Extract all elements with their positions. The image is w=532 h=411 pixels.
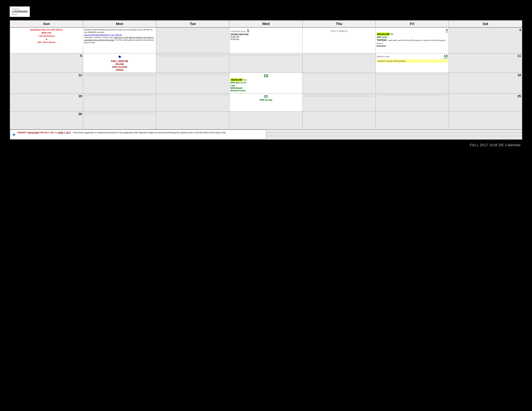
stripe12	[304, 74, 375, 74]
wed-day-number: 1	[247, 28, 249, 33]
cell-row2-fri: (Midterm ends) 10 Students should check …	[376, 53, 449, 73]
cell-row3-sat: 18	[449, 73, 522, 93]
stripe9	[84, 75, 155, 76]
blue-star-icon: ★	[84, 54, 155, 59]
footer-grid: ★ PRIORITY DEADLINE FOR FALL 2017 is JUN…	[10, 130, 522, 140]
cell-row2-thu	[303, 53, 376, 73]
thu-midterm-label: (SPR 17 Midterm)	[304, 30, 375, 32]
fri-day-number: 3	[446, 28, 448, 33]
cell-row5-sat	[449, 112, 522, 129]
cell-row3-sun: 12	[10, 73, 83, 93]
fri-business-label: business.	[377, 45, 448, 47]
stripe21	[377, 95, 448, 95]
spr-fy-label: SPR 2017 & FY	[230, 81, 302, 84]
sun-row4-number: 19	[11, 94, 82, 98]
stripe11	[157, 75, 228, 75]
cell-row3-wed: 15 DEADLINE for SPR 2017 & FY Last Withd…	[229, 73, 303, 93]
footer-star-icon: ★	[12, 131, 16, 138]
cell-row2-mon: ★ FALL 2018 DE ONLINE APPLICATION OPENS	[83, 53, 156, 73]
stripe16	[84, 96, 155, 96]
last-withdrawal-label: Last	[230, 84, 302, 87]
cell-row1-sat: 4	[449, 28, 522, 53]
fall-2018-de-label: FALL 2018 DE	[84, 60, 155, 63]
calendar-container: Sun Mon Tue Wed Thu Fri Sat Operating Ho…	[10, 20, 522, 140]
stripe1	[157, 55, 228, 55]
cell-row4-sun: 19	[10, 94, 83, 111]
stripe6	[304, 55, 375, 55]
header-sun: Sun	[10, 20, 83, 27]
withdrawal-label: Withdrawal	[230, 87, 302, 89]
fri-row2-number: 10	[444, 54, 448, 58]
cell-row5-tue	[156, 112, 229, 129]
spring-meeting-location: ULIB 106	[230, 36, 302, 38]
wed-row3-number: 15	[230, 73, 302, 78]
mon-payment-text: Students making individual payments for …	[84, 28, 155, 44]
cell-row5-thu	[303, 112, 376, 129]
stripe4	[230, 55, 302, 55]
fall-de-online: ONLINE	[84, 63, 155, 65]
cell-row4-sat: 25	[449, 94, 522, 111]
mon-link[interactable]: www.ulm.edu/dualenrollment/how_to_pay_on…	[84, 34, 122, 36]
stripe14	[377, 75, 448, 75]
logo-uni-of: University of	[12, 8, 20, 10]
footer-body-text: PRIORITY DEADLINE FOR FALL 2017 is JUNE …	[17, 131, 226, 134]
cell-row4-wed: 22 SPR W day	[229, 94, 303, 111]
fri-spr-title: SPR 2017	[377, 36, 448, 39]
wed-row3-deadline: DEADLINE for	[230, 78, 302, 81]
cell-row1-sun: Operating Hours for ULM offices: MON-THU…	[10, 28, 83, 53]
cell-row3-thu	[303, 73, 376, 93]
students-check-label: Students should check grades	[377, 59, 448, 63]
cell-row1-wed: (ULM Mardi Gras) 1 SPRING MEETING ULIB 1…	[229, 28, 303, 53]
midterm-ends-label: (Midterm ends)	[377, 56, 390, 58]
spring-meeting-label: SPRING MEETING	[230, 33, 302, 36]
stripe15	[84, 95, 155, 95]
cell-row2-sat: 11	[449, 53, 522, 73]
cell-row4-thu	[303, 94, 376, 111]
cell-row2-wed	[229, 53, 303, 73]
stripe23	[84, 113, 155, 113]
footer-stripe1	[266, 130, 522, 133]
calendar-row-5: 26	[10, 112, 522, 130]
cell-row5-fri	[376, 112, 449, 129]
footer-note: ★ PRIORITY DEADLINE FOR FALL 2017 is JUN…	[10, 130, 266, 140]
cell-row4-mon	[83, 94, 156, 111]
fall-de-opens: OPENS	[84, 68, 155, 71]
fri-tuition-label: TUITION	[377, 39, 386, 41]
cell-row1-mon: Students making individual payments for …	[83, 28, 156, 53]
deadline-box-row3: DEADLINE	[230, 78, 243, 81]
fri-tuition-desc: – paid online, sent to ULM by DE contact…	[377, 39, 446, 44]
calendar-header: Sun Mon Tue Wed Thu Fri Sat	[10, 20, 522, 28]
stripe8	[84, 75, 155, 75]
cell-row1-fri: 3 DEADLINE for SPR 2017 TUITION – paid o…	[376, 28, 449, 53]
sat-row2-number: 11	[450, 54, 521, 58]
sun-row5-number: 26	[11, 112, 82, 116]
fall-de-content: ★ FALL 2018 DE ONLINE APPLICATION OPENS	[84, 54, 155, 72]
sun-row3-number: 12	[11, 73, 82, 77]
stripe13	[377, 74, 448, 74]
spr-w-day-label: SPR W day	[230, 98, 302, 101]
fall-de-application: APPLICATION	[84, 65, 155, 68]
logo-louisiana: LOUISIANA	[12, 10, 28, 14]
cell-row4-tue	[156, 94, 229, 111]
stripe17	[157, 95, 228, 95]
header-tue: Tue	[156, 20, 229, 27]
logo-monroe: Monroe	[12, 14, 28, 16]
cell-row2-sun: 5	[10, 53, 83, 73]
header-mon: Mon	[83, 20, 156, 27]
header-thu: Thu	[303, 20, 376, 27]
stripe22	[377, 96, 448, 96]
cell-row5-sun: 26	[10, 112, 83, 129]
cell-row3-fri	[376, 73, 449, 93]
stripe19	[304, 96, 375, 96]
logo-area: University of LOUISIANA Monroe	[10, 6, 30, 17]
footer-stripe2	[266, 133, 522, 136]
refund-forms-label: Refund Forms	[230, 89, 302, 92]
stripe18	[304, 95, 375, 95]
stripe7	[84, 74, 155, 74]
stripe3	[157, 56, 228, 56]
header-fri: Fri	[376, 20, 449, 27]
calendar-row-1: Operating Hours for ULM offices: MON-THU…	[10, 28, 522, 53]
sun-row2-number: 5	[11, 54, 82, 58]
cell-row5-mon	[83, 112, 156, 129]
cell-row2-tue	[156, 53, 229, 73]
